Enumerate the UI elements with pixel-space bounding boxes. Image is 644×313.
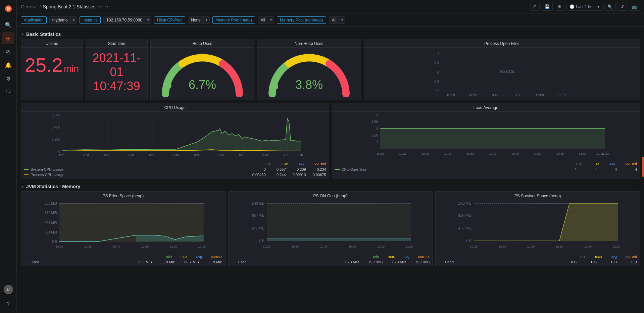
memory-nonheap-dropdown[interactable]: All ▾ [329, 16, 345, 24]
svg-text:10:40: 10:40 [171, 153, 179, 157]
instance-dropdown[interactable]: 192.168.70.59:8080 ▾ [103, 16, 151, 24]
eden-space-svg: 763 MiB 572 MiB 381 MiB 191 MiB 0 B [21, 200, 225, 254]
cpu-core-current: 4 [617, 167, 637, 171]
svg-marker-125 [474, 203, 618, 241]
survivor-space-svg: 14.3 MiB 9.54 MiB 4.77 MiB 0 B 10:2 [436, 200, 640, 254]
svg-text:0.200: 0.200 [52, 138, 60, 141]
svg-text:11:00: 11:00 [579, 152, 586, 155]
zoom-out-button[interactable]: 🔍 [604, 3, 615, 11]
sidebar-item-explore[interactable]: ◎ [2, 46, 14, 58]
svg-text:4: 4 [376, 127, 378, 131]
application-dropdown-arrow[interactable]: ▾ [70, 17, 77, 23]
jvm-collapse-icon: ▼ [21, 185, 24, 189]
eden-avg-header: avg [196, 255, 202, 259]
heap-gauge-svg: 6.7% [155, 50, 249, 97]
svg-text:11:05: 11:05 [284, 153, 291, 157]
svg-text:11:10: 11:10 [295, 153, 303, 157]
share-icon[interactable]: ⋯ [105, 4, 110, 9]
system-cpu-label: System CPU Usage [31, 167, 246, 171]
eden-used-current: 119 MiB [199, 260, 222, 264]
old-used-current: 15.3 MiB [406, 260, 430, 264]
sidebar-item-dashboard[interactable]: ⊞ [2, 32, 14, 44]
time-range-button[interactable]: 🕐 Last 1 hour ▾ [566, 3, 602, 11]
breadcrumb-app: General [21, 4, 38, 9]
cpu-avg-header: avg [299, 161, 305, 165]
load-legend-headers: min max avg current [332, 161, 640, 167]
svg-text:0.600: 0.600 [52, 113, 60, 117]
old-min-header: min [373, 255, 379, 259]
add-panel-button[interactable]: ⊞ [530, 3, 540, 11]
memory-heap-filter-tag[interactable]: Memory Pool (heap) [212, 16, 255, 24]
cpu-usage-svg: 0.600 0.400 0.200 0 [21, 112, 329, 160]
sidebar-item-settings[interactable]: ⚙ [2, 72, 14, 85]
old-used-min: 15.3 MiB [336, 260, 359, 264]
old-max-header: max [388, 255, 395, 259]
sidebar-item-shield[interactable]: 🛡 [2, 86, 14, 98]
memory-nonheap-filter-tag[interactable]: Memory Pool (nonheap) [277, 16, 326, 24]
sidebar-logo[interactable]: G [2, 3, 14, 15]
application-dropdown[interactable]: mydemo ▾ [49, 16, 77, 24]
svg-text:10:40: 10:40 [489, 152, 496, 155]
old-gen-svg: 1.40 GiB 954 MiB 477 MiB 0 B [229, 200, 433, 254]
load-avg-header: avg [609, 161, 615, 165]
svg-point-2 [165, 82, 171, 89]
survivor-used-min: 0 B [556, 260, 577, 264]
hikari-dropdown[interactable]: None ▾ [188, 16, 210, 24]
svg-text:381 MiB: 381 MiB [45, 221, 57, 225]
old-gen-legend-headers: min max avg current [229, 255, 433, 259]
survivor-space-panel: PS Survivor Space (heap) 14.3 MiB 9.54 M… [435, 191, 640, 266]
cpu-current-header: current [314, 161, 326, 165]
hikari-filter-tag[interactable]: HikariCP-Pool [154, 16, 185, 24]
svg-text:10:50: 10:50 [348, 245, 356, 248]
settings-button[interactable]: ⚙ [555, 3, 564, 11]
time-range-label: Last 1 hour [576, 4, 596, 9]
breadcrumb: General / Spring Boot 2.1 Statistics [21, 4, 95, 9]
svg-marker-92 [59, 203, 204, 242]
load-average-panel: Load Average 5 4.50 4 3.50 3 [332, 103, 640, 179]
system-cpu-min: 0 [246, 167, 266, 171]
load-cpu-core-legend-row: CPU Core Size 4 4 4 4 [332, 167, 640, 173]
svg-text:1: 1 [437, 52, 439, 56]
hikari-value: None [188, 17, 203, 23]
svg-text:10:30: 10:30 [499, 245, 506, 248]
instance-dropdown-arrow[interactable]: ▾ [145, 17, 151, 23]
instance-filter-label[interactable]: Instance [80, 16, 101, 24]
save-button[interactable]: 💾 [542, 3, 553, 11]
star-icon[interactable]: ☆ [98, 4, 102, 9]
heap-used-panel: Heap Used 6.7% [150, 39, 254, 100]
jvm-section-header[interactable]: ▼ JVM Statistics - Memory [21, 182, 640, 191]
sidebar-item-alerting[interactable]: 🔔 [2, 59, 14, 71]
memory-heap-dropdown[interactable]: All ▾ [258, 16, 274, 24]
svg-marker-67 [380, 128, 605, 149]
collapse-icon: ▼ [21, 33, 24, 36]
memory-nonheap-dropdown-arrow[interactable]: ▾ [339, 17, 345, 23]
svg-text:0.400: 0.400 [52, 125, 60, 129]
tv-mode-button[interactable]: 📺 [629, 3, 640, 11]
cpu-max-header: max [282, 161, 289, 165]
svg-text:763 MiB: 763 MiB [45, 202, 57, 205]
svg-text:10:20: 10:20 [470, 245, 478, 248]
process-cpu-label: Process CPU Usage [31, 173, 246, 177]
svg-text:10:20: 10:20 [81, 153, 89, 157]
process-open-files-panel: Process Open Files 1 0.5 0 -0.5 -1 [364, 39, 640, 100]
svg-text:10:35: 10:35 [466, 152, 474, 155]
topbar: General / Spring Boot 2.1 Statistics ☆ ⋯… [17, 0, 644, 13]
eden-min-header: min [166, 255, 172, 259]
application-filter-label[interactable]: Application [21, 16, 47, 24]
sidebar-item-search[interactable]: 🔍 [2, 19, 14, 31]
hikari-dropdown-arrow[interactable]: ▾ [203, 17, 209, 23]
svg-text:9.54 MiB: 9.54 MiB [458, 214, 472, 217]
svg-text:10:50: 10:50 [534, 152, 541, 155]
system-cpu-color [24, 169, 29, 170]
process-open-files-svg: 1 0.5 0 -0.5 -1 No data [364, 48, 640, 98]
svg-text:10:50: 10:50 [141, 245, 149, 248]
svg-marker-109 [267, 203, 411, 241]
svg-text:10:30: 10:30 [84, 245, 92, 248]
svg-text:-1: -1 [436, 88, 439, 92]
stats-row-1: Uptime 25.2 min Start time 2021-11-01 10… [21, 39, 640, 100]
refresh-button[interactable]: ↺ [617, 3, 627, 11]
basic-stats-section-header[interactable]: ▼ Basic Statistics [21, 30, 640, 39]
uptime-panel-title: Uptime [21, 39, 83, 48]
clock-icon: 🕐 [569, 4, 575, 9]
memory-heap-dropdown-arrow[interactable]: ▾ [268, 17, 274, 23]
